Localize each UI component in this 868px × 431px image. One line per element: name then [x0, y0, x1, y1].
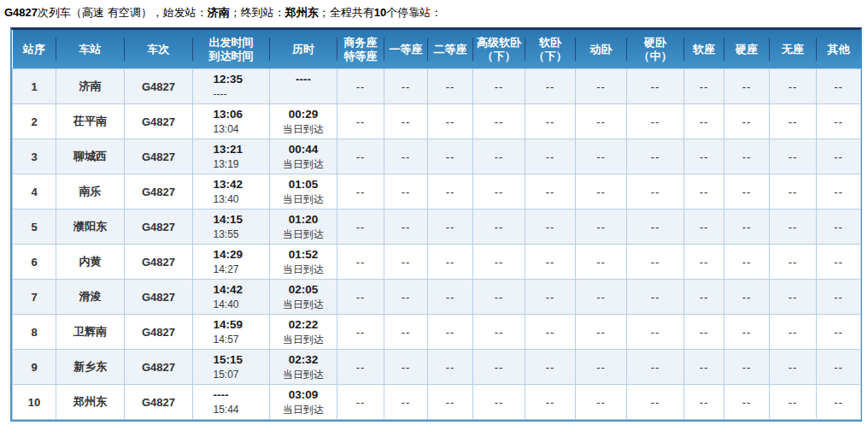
column-header-label: 一等座 — [384, 43, 428, 56]
cell-station: 茌平南 — [56, 104, 125, 139]
column-header-label: 特等座 — [337, 50, 384, 63]
column-header-premium-soft-sleeper: 高级软卧（下） — [473, 30, 525, 69]
arrive-time: ---- — [214, 87, 249, 102]
cell-no-seat: -- — [770, 174, 817, 210]
cell-soft-sleeper: -- — [525, 350, 576, 385]
cell-business-special-seat: -- — [337, 139, 384, 174]
column-header-duration: 历时 — [270, 30, 337, 69]
column-header-train: 车次 — [125, 30, 193, 69]
cell-emu-sleeper: -- — [576, 350, 627, 385]
duration-value: 02:05 — [270, 281, 337, 298]
cell-soft-seat: -- — [684, 210, 724, 245]
duration-note: 当日到达 — [270, 192, 337, 207]
cell-hard-sleeper: -- — [627, 280, 684, 315]
cell-soft-sleeper: -- — [525, 139, 576, 174]
cell-soft-sleeper: -- — [525, 385, 576, 420]
duration-value: 01:52 — [270, 246, 337, 263]
cell-first-class-seat: -- — [384, 315, 428, 350]
cell-duration: 00:29当日到达 — [270, 104, 337, 139]
cell-business-special-seat: -- — [337, 104, 384, 139]
depart-time: 14:29 — [214, 246, 249, 263]
cell-other: -- — [817, 245, 861, 280]
cell-hard-sleeper: -- — [627, 174, 684, 210]
cell-no-seat: -- — [770, 69, 817, 104]
cell-duration: 00:44当日到达 — [270, 139, 337, 174]
time-block: 14:5914:57 — [214, 316, 249, 347]
cell-hard-sleeper: -- — [627, 69, 684, 104]
cell-business-special-seat: -- — [337, 245, 384, 280]
cell-premium-soft-sleeper: -- — [473, 210, 525, 245]
cell-business-special-seat: -- — [337, 350, 384, 385]
duration-note: 当日到达 — [270, 263, 337, 277]
duration-note: 当日到达 — [270, 368, 337, 382]
cell-second-class-seat: -- — [428, 104, 473, 139]
cell-hard-seat: -- — [724, 210, 770, 245]
cell-seq: 8 — [13, 315, 56, 350]
duration-value: 02:32 — [270, 351, 337, 368]
table-row: 6内黄G482714:2914:2701:52当日到达-------------… — [13, 245, 861, 280]
table-row: 3聊城西G482713:2113:1900:44当日到达------------… — [13, 139, 861, 174]
depart-time: 15:15 — [214, 351, 249, 368]
page-title: G4827次列车（高速 有空调），始发站：济南；终到站：郑州东；全程共有10个停… — [4, 5, 868, 21]
cell-second-class-seat: -- — [428, 385, 473, 420]
cell-no-seat: -- — [770, 315, 817, 350]
cell-other: -- — [817, 350, 861, 385]
cell-station: 新乡东 — [56, 350, 125, 385]
column-header-second-class-seat: 二等座 — [428, 30, 473, 69]
cell-soft-seat: -- — [684, 280, 724, 315]
cell-duration: 02:05当日到达 — [270, 280, 337, 315]
cell-second-class-seat: -- — [428, 69, 473, 104]
cell-soft-sleeper: -- — [525, 210, 576, 245]
column-header-label: 软卧 — [525, 36, 576, 50]
cell-duration: 02:22当日到达 — [270, 315, 337, 350]
cell-seq: 7 — [13, 280, 56, 315]
depart-time: 14:15 — [214, 211, 249, 227]
cell-train: G4827 — [125, 104, 193, 139]
arrive-time: 15:44 — [214, 403, 249, 417]
cell-station: 滑浚 — [56, 280, 125, 315]
cell-duration: ---- — [270, 69, 337, 104]
cell-station: 济南 — [56, 69, 125, 104]
cell-second-class-seat: -- — [428, 245, 473, 280]
column-header-time: 出发时间到达时间 — [193, 30, 270, 69]
duration-note: 当日到达 — [270, 403, 337, 417]
stop-count: 10 — [374, 6, 386, 19]
cell-duration: 02:32当日到达 — [270, 350, 337, 385]
column-header-seq: 站序 — [13, 30, 56, 69]
cell-times: ----15:44 — [193, 385, 270, 420]
cell-premium-soft-sleeper: -- — [473, 104, 525, 139]
cell-train: G4827 — [125, 280, 193, 315]
cell-first-class-seat: -- — [384, 139, 428, 174]
cell-soft-sleeper: -- — [525, 69, 576, 104]
table-row: 10郑州东G4827----15:4403:09当日到达------------… — [13, 385, 861, 420]
cell-soft-seat: -- — [684, 139, 724, 174]
duration-value: 01:20 — [270, 211, 337, 227]
duration-value: 01:05 — [270, 176, 337, 192]
column-header-business-special-seat: 商务座特等座 — [337, 30, 384, 69]
cell-business-special-seat: -- — [337, 210, 384, 245]
table-row: 2茌平南G482713:0613:0400:29当日到达------------… — [13, 104, 861, 139]
column-header-soft-sleeper: 软卧（下） — [525, 30, 576, 69]
cell-other: -- — [817, 210, 861, 245]
cell-other: -- — [817, 385, 861, 420]
cell-soft-seat: -- — [684, 315, 724, 350]
column-header-label: 高级软卧 — [473, 36, 525, 50]
time-block: 12:35---- — [214, 71, 249, 102]
cell-times: 14:5914:57 — [193, 315, 270, 350]
cell-times: 13:2113:19 — [193, 139, 270, 174]
cell-other: -- — [817, 315, 861, 350]
cell-train: G4827 — [125, 210, 193, 245]
cell-emu-sleeper: -- — [576, 174, 627, 210]
cell-other: -- — [817, 104, 861, 139]
cell-second-class-seat: -- — [428, 350, 473, 385]
time-block: 13:0613:04 — [214, 106, 249, 137]
title-text: ；全程共有 — [319, 6, 374, 19]
column-header-label: 商务座 — [337, 36, 384, 50]
schedule-table-frame: 站序车站车次出发时间到达时间历时商务座特等座一等座二等座高级软卧（下）软卧（下）… — [10, 27, 862, 422]
cell-no-seat: -- — [770, 280, 817, 315]
column-header-label: 站序 — [13, 43, 56, 56]
cell-emu-sleeper: -- — [576, 139, 627, 174]
cell-hard-sleeper: -- — [627, 104, 684, 139]
cell-seq: 4 — [13, 174, 56, 210]
header-row: 站序车站车次出发时间到达时间历时商务座特等座一等座二等座高级软卧（下）软卧（下）… — [13, 30, 861, 69]
